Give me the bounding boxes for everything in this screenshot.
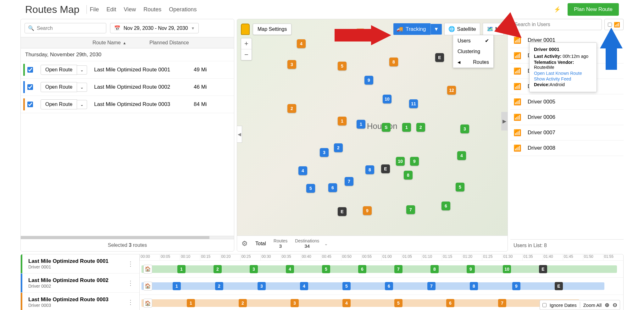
route-checkbox[interactable]: [27, 67, 33, 73]
th-route-name[interactable]: Route Name▲: [25, 40, 138, 46]
map-marker[interactable]: 6: [328, 183, 337, 192]
timeline-stop[interactable]: 3: [291, 299, 299, 307]
menu-file[interactable]: File: [90, 6, 99, 13]
timeline-stop[interactable]: 9: [467, 265, 475, 273]
home-icon[interactable]: 🏠: [143, 282, 152, 291]
timeline-stop[interactable]: 1: [173, 282, 181, 290]
map-marker[interactable]: 1: [402, 123, 411, 132]
timeline-route-header[interactable]: Last Mile Optimized Route 0002 Driver 00…: [21, 274, 139, 293]
timeline-stop[interactable]: 8: [470, 282, 478, 290]
timeline-stop[interactable]: 3: [250, 265, 258, 273]
date-range-picker[interactable]: 📅 Nov 29, 2030 - Nov 29, 2030 ▼: [110, 23, 199, 33]
timeline-route-header[interactable]: Last Mile Optimized Route 0003 Driver 00…: [21, 293, 139, 310]
zoom-out-button[interactable]: −: [241, 49, 252, 60]
route-checkbox[interactable]: [27, 102, 33, 107]
route-row[interactable]: Open Route ⌄ Last Mile Optimized Route 0…: [21, 79, 234, 96]
map-marker[interactable]: 4: [457, 151, 466, 160]
map-marker[interactable]: 9: [364, 76, 373, 85]
dropdown-item-routes[interactable]: ◀Routes: [453, 57, 493, 68]
right-panel-toggle[interactable]: ▶: [501, 112, 508, 130]
map-marker[interactable]: 9: [363, 206, 372, 215]
map-marker[interactable]: 3: [287, 60, 296, 69]
timeline-row[interactable]: 🏠123456789E: [140, 278, 623, 295]
chevron-down-icon[interactable]: ⌄: [324, 241, 328, 246]
kebab-menu-icon[interactable]: ⋮: [125, 279, 136, 287]
map-marker[interactable]: 7: [406, 205, 415, 214]
menu-edit[interactable]: Edit: [107, 6, 116, 13]
timeline-stop[interactable]: 1: [177, 265, 186, 273]
timeline-stop[interactable]: 9: [512, 282, 520, 290]
map-marker[interactable]: 8: [404, 171, 413, 180]
route-checkbox[interactable]: [27, 84, 33, 90]
search-input[interactable]: [37, 25, 103, 31]
map-marker[interactable]: 12: [447, 86, 456, 95]
dropdown-item-users[interactable]: Users✔: [453, 35, 493, 46]
map-marker[interactable]: E: [381, 164, 390, 173]
map-marker[interactable]: 5: [456, 183, 464, 191]
home-icon[interactable]: 🏠: [143, 265, 152, 274]
tracking-dropdown-toggle[interactable]: ▼: [430, 24, 442, 35]
user-row[interactable]: 📶 Driver 0005: [510, 94, 624, 110]
timeline-stop[interactable]: 7: [427, 282, 436, 290]
timeline-stop[interactable]: 8: [430, 265, 439, 273]
map-marker[interactable]: 11: [409, 99, 418, 108]
dropdown-item-clustering[interactable]: Clustering: [453, 46, 493, 57]
left-panel-toggle[interactable]: ◀: [237, 126, 242, 143]
map-marker[interactable]: E: [435, 53, 444, 62]
zoom-all-button[interactable]: Zoom All: [583, 302, 602, 308]
timeline-stop[interactable]: 5: [342, 282, 351, 290]
open-route-button[interactable]: Open Route: [41, 99, 77, 109]
timeline-stop[interactable]: 2: [215, 282, 223, 290]
map-marker[interactable]: 3: [460, 125, 469, 133]
open-route-dropdown[interactable]: ⌄: [77, 83, 87, 92]
map-settings-button[interactable]: Map Settings: [253, 24, 291, 35]
timeline-stop[interactable]: 5: [322, 265, 330, 273]
timeline-stop[interactable]: 4: [300, 282, 308, 290]
timeline-stop[interactable]: 2: [239, 299, 247, 307]
map-marker[interactable]: 7: [345, 177, 353, 186]
user-row[interactable]: 📶 Driver 0008: [510, 141, 624, 156]
open-route-dropdown[interactable]: ⌄: [77, 65, 87, 75]
map-marker[interactable]: 4: [297, 39, 306, 48]
tooltip-open-route-link[interactable]: Open Last Known Route: [534, 71, 592, 76]
tracking-button[interactable]: 🚚 Tracking: [393, 23, 430, 35]
plan-new-route-button[interactable]: Plan New Route: [568, 3, 619, 16]
map-marker[interactable]: 8: [365, 165, 374, 174]
timeline-stop[interactable]: 10: [503, 265, 511, 273]
map-marker[interactable]: 10: [383, 95, 391, 103]
menu-view[interactable]: View: [124, 6, 136, 13]
wifi-checkbox[interactable]: [608, 23, 612, 27]
open-route-dropdown[interactable]: ⌄: [77, 100, 87, 109]
map-marker[interactable]: 5: [338, 62, 347, 70]
satellite-button[interactable]: 🌐 Satellite: [444, 23, 480, 35]
timeline-stop[interactable]: 1: [187, 299, 195, 307]
timeline-stop[interactable]: E: [539, 265, 547, 273]
map-marker[interactable]: 2: [287, 104, 296, 113]
map-marker[interactable]: 6: [441, 202, 450, 210]
map-marker[interactable]: 1: [338, 117, 347, 125]
map-marker[interactable]: 8: [389, 58, 398, 66]
kebab-menu-icon[interactable]: ⋮: [125, 260, 136, 268]
user-row[interactable]: 📶 Driver 0007: [510, 125, 624, 141]
timeline-stop[interactable]: 5: [394, 299, 402, 307]
zoom-out-icon[interactable]: ⊖: [613, 302, 617, 308]
menu-operations[interactable]: Operations: [169, 6, 197, 13]
map-marker[interactable]: 5: [306, 184, 315, 193]
map-marker[interactable]: 9: [410, 157, 419, 166]
timeline-stop[interactable]: 7: [498, 299, 506, 307]
user-row[interactable]: 📶 Driver 0006: [510, 110, 624, 125]
timeline-stop[interactable]: 6: [358, 265, 366, 273]
open-route-button[interactable]: Open Route: [41, 65, 77, 75]
th-planned-distance[interactable]: Planned Distance: [138, 40, 201, 46]
ignore-dates-checkbox[interactable]: [542, 303, 547, 307]
map-marker[interactable]: 4: [298, 166, 307, 175]
timeline-stop[interactable]: 4: [286, 265, 294, 273]
timeline-stop[interactable]: 6: [446, 299, 454, 307]
zoom-in-icon[interactable]: ⊕: [605, 302, 609, 308]
route-row[interactable]: Open Route ⌄ Last Mile Optimized Route 0…: [21, 96, 234, 113]
map-marker[interactable]: S: [382, 123, 391, 132]
timeline-row[interactable]: 🏠12345678910E: [140, 261, 623, 278]
map-panel[interactable]: Houston Map Settings 🚚 Tracking ▼ 🌐 Sate…: [237, 19, 508, 252]
open-route-button[interactable]: Open Route: [41, 82, 77, 92]
map-marker[interactable]: E: [338, 207, 347, 216]
